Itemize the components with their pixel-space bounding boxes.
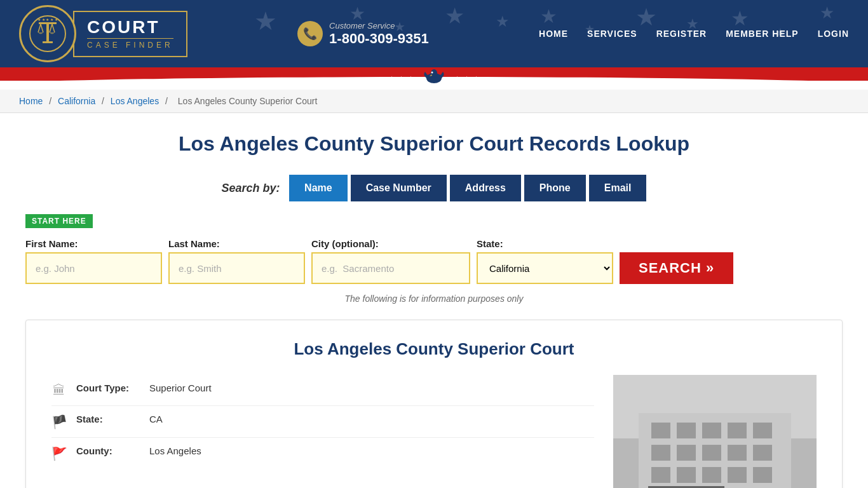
first-name-label: First Name: <box>25 238 162 249</box>
city-group: City (optional): <box>311 238 470 284</box>
svg-line-4 <box>41 24 43 32</box>
first-name-group: First Name: <box>25 238 162 284</box>
last-name-input[interactable] <box>168 252 305 284</box>
court-card-title: Los Angeles County Superior Court <box>51 339 817 359</box>
start-here-badge: START HERE <box>25 214 93 228</box>
court-details-container: 🏛 Court Type: Superior Court 🏴 State: CA… <box>51 375 817 488</box>
svg-rect-1 <box>46 22 49 41</box>
svg-rect-17 <box>702 423 721 438</box>
courthouse-photo: LOS ANGELES SUPERIOR COURT SUPREME COURT… <box>613 375 817 488</box>
banner-stars-left: ★★★ <box>389 75 414 82</box>
nav-services[interactable]: SERVICES <box>587 29 637 39</box>
logo-text: COURT CASE FINDER <box>73 11 187 57</box>
tab-email[interactable]: Email <box>589 175 647 201</box>
county-icon: 🚩 <box>51 446 67 461</box>
customer-service-label: Customer Service <box>329 21 429 30</box>
city-input[interactable] <box>311 252 470 284</box>
nav-register[interactable]: REGISTER <box>656 29 707 39</box>
state-icon: 🏴 <box>51 414 67 430</box>
last-name-label: Last Name: <box>168 238 305 249</box>
tab-case-number[interactable]: Case Number <box>351 175 447 201</box>
svg-rect-20 <box>651 445 670 461</box>
banner-eagle: ★★★ ★★★ <box>389 68 479 90</box>
court-type-icon: 🏛 <box>51 383 67 398</box>
logo-area: ★ ★ ★ ★ ★ COURT CASE FINDER <box>19 5 187 62</box>
court-details-left: 🏛 Court Type: Superior Court 🏴 State: CA… <box>51 375 594 488</box>
county-row: 🚩 County: Los Angeles <box>51 438 594 469</box>
county-value: Los Angeles <box>149 445 201 456</box>
svg-rect-2 <box>39 22 57 24</box>
logo-case-finder-label: CASE FINDER <box>87 38 173 50</box>
breadcrumb: Home / California / Los Angeles / Los An… <box>0 90 868 113</box>
search-by-label: Search by: <box>222 182 280 195</box>
phone-number: 1-800-309-9351 <box>329 30 429 47</box>
svg-rect-21 <box>677 445 696 461</box>
city-label: City (optional): <box>311 238 470 249</box>
svg-rect-18 <box>728 423 747 438</box>
search-tabs: Name Case Number Address Phone Email <box>289 175 646 201</box>
page-title: Los Angeles County Superior Court Record… <box>25 132 843 156</box>
svg-rect-23 <box>728 445 747 461</box>
main-content: Los Angeles County Superior Court Record… <box>0 113 868 488</box>
breadcrumb-california[interactable]: California <box>58 96 95 106</box>
svg-point-11 <box>431 71 433 73</box>
state-select[interactable]: AlabamaAlaskaArizonaArkansasCaliforniaCo… <box>477 252 613 284</box>
last-name-group: Last Name: <box>168 238 305 284</box>
phone-area: 📞 Customer Service 1-800-309-9351 <box>297 21 429 47</box>
first-name-input[interactable] <box>25 252 162 284</box>
tab-name[interactable]: Name <box>289 175 348 201</box>
state-label: State: <box>477 238 613 249</box>
svg-rect-28 <box>728 467 747 483</box>
svg-line-3 <box>38 24 41 32</box>
breadcrumb-court: Los Angeles County Superior Court <box>178 96 317 106</box>
search-tabs-bar: Search by: Name Case Number Address Phon… <box>25 175 843 201</box>
svg-rect-24 <box>753 445 772 461</box>
nav-member-help[interactable]: MEMBER HELP <box>726 29 798 39</box>
svg-rect-16 <box>677 423 696 438</box>
search-button[interactable]: SEARCH » <box>620 252 733 284</box>
court-card: Los Angeles County Superior Court 🏛 Cour… <box>25 320 843 488</box>
tab-phone[interactable]: Phone <box>524 175 586 201</box>
header-banner: ★★★ ★★★ <box>0 67 868 90</box>
breadcrumb-home[interactable]: Home <box>19 96 43 106</box>
breadcrumb-sep-1: / <box>49 96 54 106</box>
svg-line-5 <box>50 24 52 32</box>
court-type-label: Court Type: <box>76 383 140 393</box>
state-row: 🏴 State: CA <box>51 406 594 438</box>
court-image: LOS ANGELES SUPERIOR COURT SUPREME COURT… <box>613 375 817 488</box>
svg-rect-26 <box>677 467 696 483</box>
svg-text:★ ★ ★ ★ ★: ★ ★ ★ ★ ★ <box>37 18 58 22</box>
banner-stars-right: ★★★ <box>454 75 479 82</box>
main-nav: HOME SERVICES REGISTER MEMBER HELP LOGIN <box>539 29 849 39</box>
logo-badge: ★ ★ ★ ★ ★ <box>19 5 76 62</box>
court-type-value: Superior Court <box>149 383 212 393</box>
breadcrumb-sep-3: / <box>165 96 170 106</box>
svg-rect-7 <box>43 41 53 43</box>
county-label: County: <box>76 445 140 456</box>
svg-rect-27 <box>702 467 721 483</box>
svg-rect-19 <box>753 423 772 438</box>
court-type-row: 🏛 Court Type: Superior Court <box>51 375 594 406</box>
state-group: State: AlabamaAlaskaArizonaArkansasCalif… <box>477 238 613 284</box>
svg-rect-15 <box>651 423 670 438</box>
eagle-icon <box>421 68 447 90</box>
nav-login[interactable]: LOGIN <box>818 29 849 39</box>
breadcrumb-los-angeles[interactable]: Los Angeles <box>111 96 159 106</box>
nav-home[interactable]: HOME <box>539 29 568 39</box>
state-detail-value: CA <box>149 414 163 424</box>
tab-address[interactable]: Address <box>450 175 521 201</box>
info-note: The following is for information purpose… <box>25 294 843 304</box>
svg-rect-22 <box>702 445 721 461</box>
svg-line-6 <box>52 24 55 32</box>
svg-rect-29 <box>753 467 772 483</box>
svg-rect-25 <box>651 467 670 483</box>
site-header: ★ ★ ★ ★ ★ ★ ★ ★ ★ ★ ★ ★ <box>0 0 868 90</box>
search-form: First Name: Last Name: City (optional): … <box>25 238 843 284</box>
state-detail-label: State: <box>76 414 140 424</box>
breadcrumb-sep-2: / <box>102 96 107 106</box>
phone-icon: 📞 <box>297 21 323 46</box>
logo-court-label: COURT <box>87 18 173 36</box>
